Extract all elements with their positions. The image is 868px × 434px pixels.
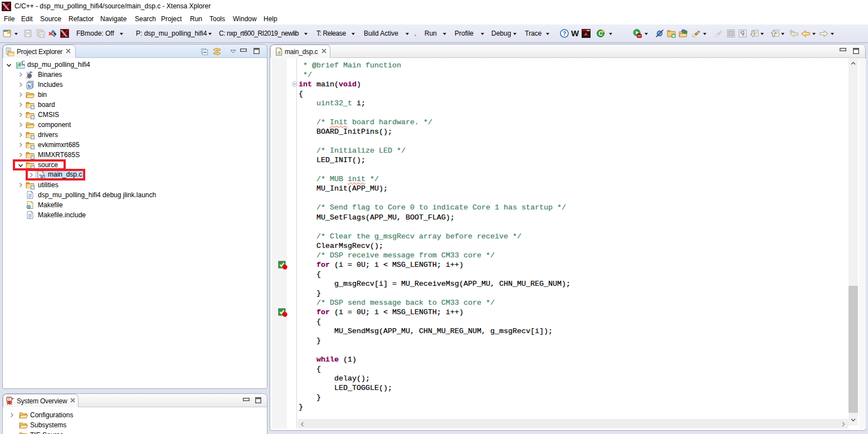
svg-text:?: ? [563, 31, 566, 37]
